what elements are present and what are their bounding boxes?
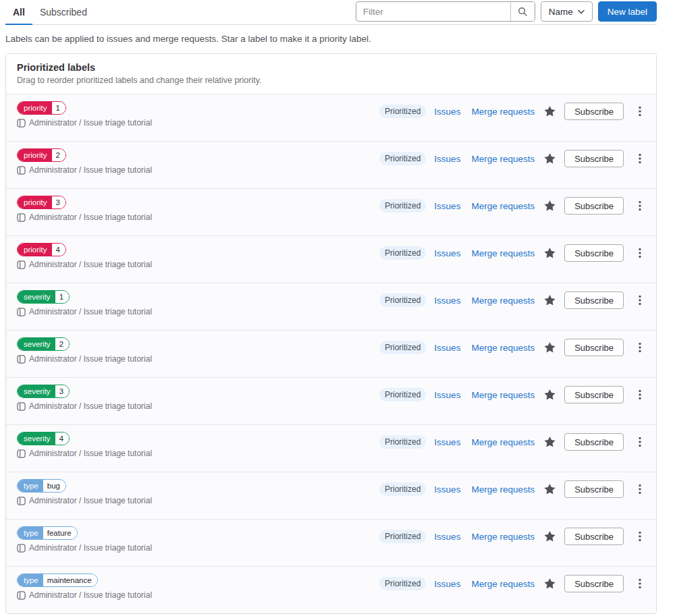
scoped-label-badge[interactable]: type maintenance — [17, 573, 98, 587]
label-scope: priority — [18, 244, 52, 256]
star-icon — [544, 437, 556, 447]
project-icon — [17, 166, 26, 178]
label-options-kebab[interactable] — [634, 576, 645, 592]
project-icon — [17, 544, 26, 556]
issues-link[interactable]: Issues — [434, 484, 460, 495]
project-icon — [17, 119, 26, 131]
merge-requests-link[interactable]: Merge requests — [471, 343, 535, 353]
project-path: Administrator / Issue triage tutorial — [17, 213, 165, 223]
project-path-text: Administrator / Issue triage tutorial — [29, 543, 152, 553]
merge-requests-link[interactable]: Merge requests — [471, 107, 535, 117]
merge-requests-link[interactable]: Merge requests — [471, 484, 535, 495]
star-icon — [544, 153, 556, 164]
scoped-label-badge[interactable]: severity 4 — [17, 432, 70, 445]
scoped-label-badge[interactable]: severity 1 — [17, 290, 70, 304]
label-value: 4 — [52, 244, 65, 256]
search-button[interactable] — [510, 2, 535, 21]
label-options-kebab[interactable] — [634, 292, 645, 308]
merge-requests-link[interactable]: Merge requests — [471, 248, 535, 258]
filter-input[interactable] — [356, 2, 510, 21]
unprioritize-star-button[interactable] — [544, 248, 556, 258]
label-options-kebab[interactable] — [634, 434, 645, 450]
new-label-button[interactable]: New label — [598, 1, 657, 22]
subscribe-button[interactable]: Subscribe — [564, 339, 624, 356]
scoped-label-badge[interactable]: priority 2 — [17, 148, 66, 162]
merge-requests-link[interactable]: Merge requests — [471, 532, 535, 542]
project-icon — [17, 402, 26, 414]
project-icon — [17, 355, 26, 367]
labels-toolbar: Name New label — [356, 1, 657, 24]
sort-dropdown[interactable]: Name — [541, 1, 593, 22]
label-options-kebab[interactable] — [634, 481, 645, 497]
scoped-label-badge[interactable]: priority 1 — [17, 101, 66, 115]
subscribe-button[interactable]: Subscribe — [564, 575, 624, 592]
label-options-kebab[interactable] — [634, 150, 645, 167]
subscribe-button[interactable]: Subscribe — [564, 386, 624, 403]
project-icon — [17, 308, 26, 320]
project-path-text: Administrator / Issue triage tutorial — [29, 118, 152, 128]
prioritized-badge: Prioritized — [379, 577, 426, 590]
label-row: priority 1 Administrator / Issue triage … — [6, 94, 656, 141]
issues-link[interactable]: Issues — [434, 248, 460, 258]
issues-link[interactable]: Issues — [434, 579, 460, 589]
merge-requests-link[interactable]: Merge requests — [471, 437, 535, 447]
issues-link[interactable]: Issues — [434, 201, 460, 211]
label-scope: type — [18, 480, 43, 492]
label-options-kebab[interactable] — [634, 387, 645, 403]
merge-requests-link[interactable]: Merge requests — [471, 296, 535, 306]
issues-link[interactable]: Issues — [434, 437, 460, 447]
scoped-label-badge[interactable]: priority 3 — [17, 196, 66, 209]
scoped-label-badge[interactable]: priority 4 — [17, 243, 66, 256]
subscribe-button[interactable]: Subscribe — [564, 244, 624, 262]
scoped-label-badge[interactable]: type feature — [17, 526, 78, 540]
subscribe-button[interactable]: Subscribe — [564, 433, 624, 451]
label-options-kebab[interactable] — [634, 103, 645, 119]
label-options-kebab[interactable] — [634, 198, 645, 214]
scoped-label-badge[interactable]: severity 3 — [17, 385, 70, 398]
issues-link[interactable]: Issues — [434, 390, 460, 400]
project-path-text: Administrator / Issue triage tutorial — [29, 354, 152, 364]
subscribe-button[interactable]: Subscribe — [564, 197, 624, 215]
subscribe-button[interactable]: Subscribe — [564, 528, 624, 545]
unprioritize-star-button[interactable] — [544, 200, 556, 211]
tab-subscribed[interactable]: Subscribed — [32, 0, 94, 25]
subscribe-button[interactable]: Subscribe — [564, 103, 624, 120]
label-row: type maintenance Administrator / Issue t… — [6, 566, 656, 613]
unprioritize-star-button[interactable] — [544, 106, 556, 117]
merge-requests-link[interactable]: Merge requests — [471, 154, 535, 164]
unprioritize-star-button[interactable] — [544, 389, 556, 400]
scoped-label-badge[interactable]: severity 2 — [17, 337, 70, 351]
tab-all[interactable]: All — [5, 0, 32, 25]
subscribe-button[interactable]: Subscribe — [564, 291, 624, 309]
label-options-kebab[interactable] — [634, 245, 645, 261]
unprioritize-star-button[interactable] — [544, 437, 556, 447]
label-scope: priority — [18, 102, 52, 114]
issues-link[interactable]: Issues — [434, 296, 460, 306]
merge-requests-link[interactable]: Merge requests — [471, 201, 535, 211]
label-row-actions: Prioritized Issues Merge requests Subscr… — [379, 197, 645, 215]
label-options-kebab[interactable] — [634, 528, 645, 544]
kebab-icon — [639, 248, 641, 258]
unprioritize-star-button[interactable] — [544, 295, 556, 306]
issues-link[interactable]: Issues — [434, 107, 460, 117]
label-row-actions: Prioritized Issues Merge requests Subscr… — [379, 103, 645, 120]
issues-link[interactable]: Issues — [434, 154, 460, 164]
subscribe-button[interactable]: Subscribe — [564, 480, 624, 498]
unprioritize-star-button[interactable] — [544, 484, 556, 495]
unprioritize-star-button[interactable] — [544, 342, 556, 353]
unprioritize-star-button[interactable] — [544, 578, 556, 589]
issues-link[interactable]: Issues — [434, 343, 460, 353]
star-icon — [544, 200, 556, 211]
card-title: Prioritized labels — [17, 62, 645, 73]
label-value: 1 — [52, 102, 65, 114]
scoped-label-badge[interactable]: type bug — [17, 479, 66, 493]
merge-requests-link[interactable]: Merge requests — [471, 390, 535, 400]
project-path-text: Administrator / Issue triage tutorial — [29, 496, 152, 505]
unprioritize-star-button[interactable] — [544, 153, 556, 164]
subscribe-button[interactable]: Subscribe — [564, 150, 624, 167]
kebab-icon — [639, 106, 641, 117]
merge-requests-link[interactable]: Merge requests — [471, 579, 535, 589]
unprioritize-star-button[interactable] — [544, 531, 556, 542]
issues-link[interactable]: Issues — [434, 532, 460, 542]
label-options-kebab[interactable] — [634, 339, 645, 356]
